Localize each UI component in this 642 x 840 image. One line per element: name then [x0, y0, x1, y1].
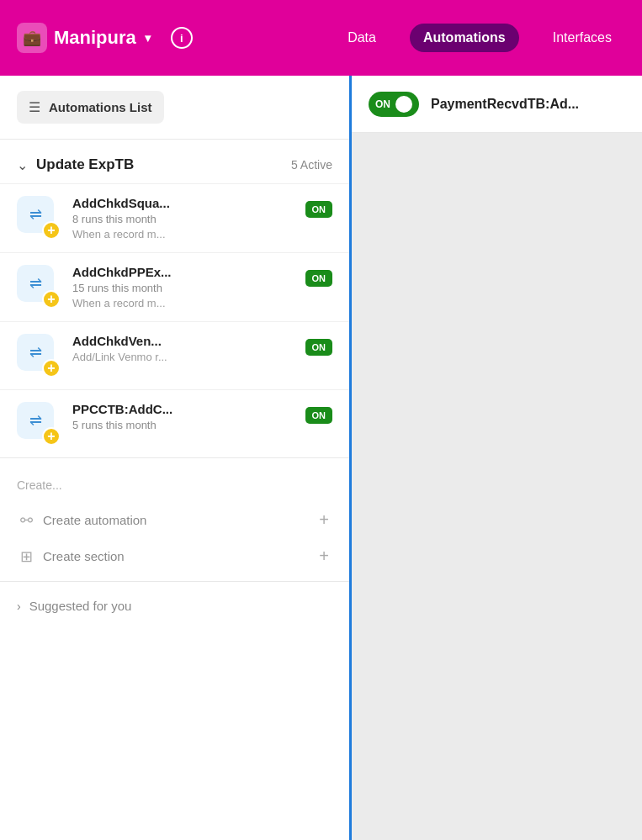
connector-icon-4: ⇌	[29, 411, 42, 430]
automation-runs-4: 5 runs this month	[72, 419, 294, 431]
create-section-label: Create section	[43, 549, 125, 563]
automation-status-2: ON	[305, 270, 333, 287]
create-automation-label: Create automation	[43, 513, 146, 527]
connector-icon-2: ⇌	[29, 274, 42, 293]
create-automation-plus-icon: +	[319, 510, 329, 530]
automation-name-1: AddChkdSqua...	[72, 196, 294, 210]
automation-name-4: PPCCTB:AddC...	[72, 402, 294, 416]
automations-list-button[interactable]: ☰ Automations List	[17, 91, 164, 124]
automation-icon-3: ⇌ +	[17, 334, 61, 378]
automation-item-1[interactable]: ⇌ + AddChkdSqua... 8 runs this month Whe…	[0, 183, 349, 252]
main-layout: ☰ Automations List ⌄ Update ExpTB 5 Acti…	[0, 76, 642, 840]
automation-toggle[interactable]: ON	[369, 92, 419, 117]
plus-badge: +	[42, 221, 61, 240]
automation-status-3: ON	[305, 339, 333, 356]
create-section: Create... ⚯ Create automation + ⊞ Create…	[0, 457, 349, 581]
sidebar-header: ☰ Automations List	[0, 76, 349, 140]
automation-runs-1: 8 runs this month	[72, 213, 294, 225]
automation-desc-2: When a record m...	[72, 297, 294, 309]
plus-badge-2: +	[42, 290, 61, 309]
automation-desc-3: Add/Link Venmo r...	[72, 351, 294, 363]
info-button[interactable]: i	[171, 27, 193, 49]
automation-name-3: AddChkdVen...	[72, 334, 294, 348]
section-active-count: 5 Active	[291, 158, 332, 172]
create-section-left: ⊞ Create section	[20, 547, 125, 566]
automation-create-icon: ⚯	[20, 511, 33, 530]
right-panel-title: PaymentRecvdTB:Ad...	[431, 97, 579, 112]
hamburger-icon: ☰	[29, 99, 40, 115]
automation-icon-2: ⇌ +	[17, 265, 61, 309]
section-name: Update ExpTB	[36, 156, 134, 173]
connector-icon: ⇌	[29, 205, 42, 224]
create-section-plus-icon: +	[319, 547, 329, 566]
nav-item-data[interactable]: Data	[334, 24, 390, 52]
toggle-label: ON	[375, 98, 390, 110]
automation-info-1: AddChkdSqua... 8 runs this month When a …	[72, 196, 294, 240]
automation-item-2[interactable]: ⇌ + AddChkdPPEx... 15 runs this month Wh…	[0, 252, 349, 321]
top-navigation: 💼 Manipura ▾ i Data Automations Interfac…	[0, 0, 642, 76]
right-panel: ON PaymentRecvdTB:Ad...	[349, 76, 642, 840]
plus-badge-3: +	[42, 359, 61, 378]
automation-status-1: ON	[305, 201, 333, 218]
create-label: Create...	[17, 478, 332, 492]
collapse-button[interactable]: ⌄	[17, 157, 28, 173]
suggested-chevron-icon: ›	[17, 600, 21, 613]
suggested-header[interactable]: › Suggested for you	[17, 599, 332, 613]
suggested-label: Suggested for you	[29, 599, 132, 613]
sidebar-title: Automations List	[49, 100, 152, 114]
automation-item-4[interactable]: ⇌ + PPCCTB:AddC... 5 runs this month ON	[0, 389, 349, 457]
brand-icon: 💼	[17, 23, 47, 53]
sidebar: ☰ Automations List ⌄ Update ExpTB 5 Acti…	[0, 76, 349, 840]
automation-runs-2: 15 runs this month	[72, 282, 294, 294]
automation-name-2: AddChkdPPEx...	[72, 265, 294, 279]
automation-icon-4: ⇌ +	[17, 402, 61, 446]
section-create-icon: ⊞	[20, 547, 33, 566]
connector-icon-3: ⇌	[29, 343, 42, 362]
suggested-section: › Suggested for you	[0, 581, 349, 630]
section-header-left: ⌄ Update ExpTB	[17, 156, 134, 173]
brand-chevron-icon[interactable]: ▾	[145, 31, 151, 45]
automation-item-3[interactable]: ⇌ + AddChkdVen... Add/Link Venmo r... ON	[0, 321, 349, 389]
plus-badge-4: +	[42, 427, 61, 446]
brand-logo[interactable]: 💼 Manipura ▾	[17, 23, 151, 53]
automation-icon-1: ⇌ +	[17, 196, 61, 240]
create-automation-left: ⚯ Create automation	[20, 511, 146, 530]
automation-info-2: AddChkdPPEx... 15 runs this month When a…	[72, 265, 294, 309]
brand-name: Manipura	[54, 27, 136, 49]
create-section-item[interactable]: ⊞ Create section +	[17, 538, 332, 574]
section-header: ⌄ Update ExpTB 5 Active	[0, 140, 349, 183]
create-automation-item[interactable]: ⚯ Create automation +	[17, 502, 332, 538]
automation-status-4: ON	[305, 407, 333, 424]
right-panel-header: ON PaymentRecvdTB:Ad...	[352, 76, 642, 133]
automation-info-4: PPCCTB:AddC... 5 runs this month	[72, 402, 294, 434]
nav-item-interfaces[interactable]: Interfaces	[539, 24, 625, 52]
nav-item-automations[interactable]: Automations	[410, 24, 519, 52]
toggle-circle	[395, 96, 412, 113]
automation-desc-1: When a record m...	[72, 228, 294, 240]
automation-info-3: AddChkdVen... Add/Link Venmo r...	[72, 334, 294, 363]
